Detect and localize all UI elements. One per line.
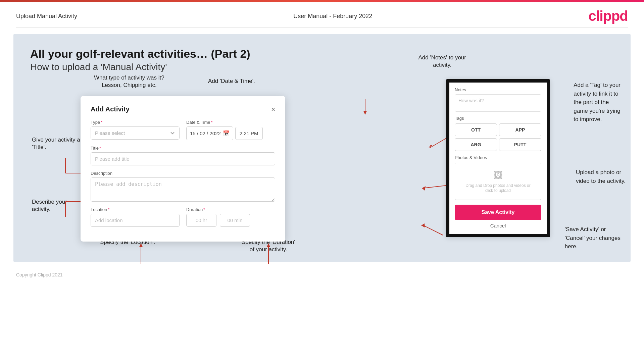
title-input[interactable] [91, 152, 275, 165]
type-group: Type* Please select [91, 120, 180, 140]
title-label: Title* [91, 146, 275, 151]
datetime-group: Date & Time* 15 / 02 / 2022 📅 2:21 PM [186, 120, 275, 140]
datetime-required: * [211, 120, 213, 125]
save-activity-button[interactable]: Save Activity [455, 205, 541, 220]
annotation-notes: Add 'Notes' to your activity. [418, 54, 466, 69]
header: Upload Manual Activity User Manual - Feb… [0, 2, 644, 28]
duration-hr-input[interactable] [186, 214, 216, 227]
tags-label: Tags [455, 116, 541, 121]
datetime-label: Date & Time* [186, 120, 275, 125]
title-required: * [99, 146, 101, 151]
title-bold: All your golf-relevant activities… (Part… [30, 47, 614, 60]
annotation-tag: Add a 'Tag' to your activity to link it … [574, 81, 621, 124]
svg-line-11 [423, 225, 443, 235]
duration-group: Duration* [186, 207, 275, 227]
tag-ott[interactable]: OTT [455, 123, 497, 136]
copyright: Copyright Clippd 2021 [16, 272, 63, 277]
datetime-inputs: 15 / 02 / 2022 📅 2:21 PM [186, 126, 275, 140]
date-value: 15 / 02 / 2022 [190, 131, 221, 136]
notes-label: Notes [455, 87, 541, 92]
notes-placeholder: How was it? [458, 98, 484, 103]
annotation-give-title: Give your activity a 'Title'. [32, 136, 80, 151]
upload-text: Drag and Drop photos and videos or click… [465, 183, 530, 193]
type-label: Type* [91, 120, 180, 125]
location-duration-row: Location* Duration* [91, 207, 275, 227]
header-divider [16, 28, 628, 28]
tag-app[interactable]: APP [499, 123, 541, 136]
type-datetime-row: Type* Please select Date & Time* 15 / 02… [91, 120, 275, 140]
duration-inputs [186, 214, 275, 227]
phone-inner: Notes How was it? Tags OTT APP ARG PUTT … [449, 83, 547, 234]
title-light: How to upload a 'Manual Activity' [30, 62, 614, 72]
dialog-header: Add Activity × [91, 105, 275, 113]
calendar-icon[interactable]: 📅 [223, 130, 230, 137]
tags-grid: OTT APP ARG PUTT [455, 123, 541, 151]
annotation-upload: Upload a photo or video to the activity. [576, 168, 626, 185]
location-group: Location* [91, 207, 180, 227]
location-input[interactable] [91, 214, 180, 227]
add-activity-dialog: Add Activity × Type* Please select Date … [81, 96, 285, 242]
cancel-link[interactable]: Cancel [455, 223, 541, 230]
dialog-title: Add Activity [91, 105, 130, 113]
annotation-datetime: Add 'Date & Time'. [208, 77, 255, 85]
description-label: Description [91, 171, 275, 176]
tag-arg[interactable]: ARG [455, 138, 497, 151]
manual-label: User Manual - February 2022 [293, 13, 372, 20]
time-value: 2:21 PM [240, 131, 258, 136]
location-required: * [108, 207, 109, 212]
phone-mockup: Notes How was it? Tags OTT APP ARG PUTT … [446, 79, 550, 237]
annotation-save: 'Save Activity' or 'Cancel' your changes… [565, 225, 621, 251]
footer: Copyright Clippd 2021 [0, 268, 644, 281]
main-content: All your golf-relevant activities… (Part… [13, 34, 631, 262]
page-title: All your golf-relevant activities… (Part… [30, 47, 614, 72]
annotation-describe: Describe your activity. [32, 198, 67, 213]
location-label: Location* [91, 207, 180, 212]
type-required: * [101, 120, 102, 125]
date-input[interactable]: 15 / 02 / 2022 📅 [186, 126, 233, 140]
notes-input[interactable]: How was it? [455, 94, 541, 112]
logo: clippd [588, 8, 628, 24]
duration-label: Duration* [186, 207, 275, 212]
photos-upload[interactable]: 🖼 Drag and Drop photos and videos or cli… [455, 163, 541, 200]
duration-required: * [203, 207, 205, 212]
description-group: Description [91, 171, 275, 202]
type-select[interactable]: Please select [91, 126, 180, 140]
photos-label: Photos & Videos [455, 155, 541, 160]
title-group: Title* [91, 146, 275, 165]
time-input[interactable]: 2:21 PM [235, 127, 263, 140]
annotation-type: What type of activity was it? Lesson, Ch… [94, 74, 164, 89]
upload-icon: 🖼 [459, 170, 537, 181]
description-input[interactable] [91, 177, 275, 202]
tag-putt[interactable]: PUTT [499, 138, 541, 151]
close-button[interactable]: × [271, 106, 275, 113]
page-label: Upload Manual Activity [16, 13, 77, 20]
duration-min-input[interactable] [220, 214, 250, 227]
